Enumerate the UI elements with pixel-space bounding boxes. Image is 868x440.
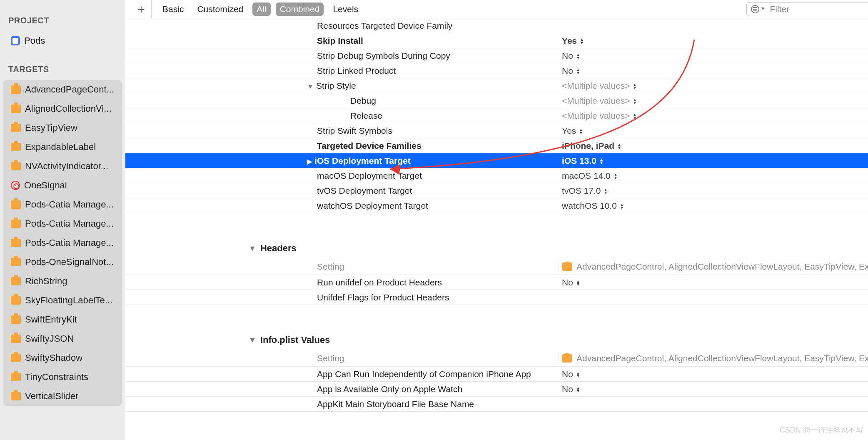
toolbox-icon bbox=[11, 277, 21, 285]
target-item[interactable]: AdvancedPageCont... bbox=[3, 80, 122, 99]
target-item[interactable]: Pods-Catia Manage... bbox=[3, 233, 122, 252]
stepper-icon: ▴▾ bbox=[580, 128, 582, 134]
toolbox-icon bbox=[11, 200, 21, 209]
target-item[interactable]: EasyTipView bbox=[3, 118, 122, 138]
scope-tab-combined[interactable]: Combined bbox=[276, 2, 324, 16]
stepper-icon: ▴▾ bbox=[604, 188, 607, 194]
setting-value[interactable]: tvOS 17.0▴▾ bbox=[562, 186, 868, 196]
setting-row[interactable]: ▶iOS Deployment TargetiOS 13.0▴▾ bbox=[125, 153, 868, 168]
setting-row[interactable]: App Can Run Independently of Companion i… bbox=[125, 367, 868, 382]
infoplist-column-header: Setting AdvancedPageControl, AlignedColl… bbox=[125, 350, 868, 367]
stepper-icon: ▴▾ bbox=[576, 371, 579, 377]
toolbox-icon bbox=[562, 262, 572, 271]
toolbox-icon bbox=[11, 354, 21, 362]
target-label: TinyConstraints bbox=[25, 372, 88, 382]
setting-value[interactable]: <Multiple values>▴▾ bbox=[562, 81, 868, 91]
target-item[interactable]: SwiftyJSON bbox=[3, 329, 122, 348]
setting-row[interactable]: macOS Deployment TargetmacOS 14.0▴▾ bbox=[125, 168, 868, 183]
chevron-right-icon[interactable]: ▶ bbox=[307, 158, 314, 165]
setting-row[interactable]: App is Available Only on Apple WatchNo▴▾ bbox=[125, 382, 868, 397]
setting-label: App Can Run Independently of Companion i… bbox=[317, 369, 531, 379]
target-label: SkyFloatingLabelTe... bbox=[25, 295, 112, 306]
setting-row[interactable]: tvOS Deployment TargettvOS 17.0▴▾ bbox=[125, 183, 868, 198]
headers-section-header[interactable]: ▼ Headers bbox=[125, 238, 868, 258]
target-label: AlignedCollectionVi... bbox=[25, 103, 112, 114]
main-area: ＋ BasicCustomizedAllCombinedLevels Filte… bbox=[125, 0, 868, 440]
setting-value[interactable]: No▴▾ bbox=[562, 384, 868, 394]
target-item[interactable]: SwiftyShadow bbox=[3, 348, 122, 368]
stepper-icon: ▴▾ bbox=[634, 83, 636, 89]
setting-row[interactable]: Strip Linked ProductNo▴▾ bbox=[125, 63, 868, 78]
setting-value[interactable]: Yes▴▾ bbox=[562, 36, 868, 46]
scope-tab-basic[interactable]: Basic bbox=[158, 2, 188, 16]
toolbox-icon bbox=[11, 315, 21, 324]
infoplist-rows: App Can Run Independently of Companion i… bbox=[125, 367, 868, 412]
target-item[interactable]: AlignedCollectionVi... bbox=[3, 99, 122, 118]
chevron-down-icon: ▼ bbox=[249, 336, 256, 345]
filter-field[interactable]: Filter bbox=[746, 2, 868, 16]
setting-label: App is Available Only on Apple Watch bbox=[317, 384, 462, 394]
toolbox-icon bbox=[11, 239, 21, 247]
infoplist-section-header[interactable]: ▼ Info.plist Values bbox=[125, 330, 868, 350]
setting-row[interactable]: Strip Swift SymbolsYes▴▾ bbox=[125, 123, 868, 138]
target-item[interactable]: TinyConstraints bbox=[3, 368, 122, 387]
setting-value[interactable]: No▴▾ bbox=[562, 66, 868, 76]
setting-value[interactable]: No▴▾ bbox=[562, 51, 868, 61]
setting-label: Strip Debug Symbols During Copy bbox=[317, 51, 450, 60]
project-item[interactable]: Pods bbox=[3, 31, 122, 50]
target-item[interactable]: SkyFloatingLabelTe... bbox=[3, 291, 122, 310]
setting-value[interactable]: <Multiple values>▴▾ bbox=[562, 96, 868, 106]
scope-tab-all[interactable]: All bbox=[252, 2, 270, 16]
setting-value[interactable]: watchOS 10.0▴▾ bbox=[562, 201, 868, 211]
setting-row[interactable]: Run unifdef on Product HeadersNo▴▾ bbox=[125, 275, 868, 290]
target-item[interactable]: OneSignal bbox=[3, 176, 122, 195]
setting-row[interactable]: Debug<Multiple values>▴▾ bbox=[125, 93, 868, 108]
setting-value[interactable]: No▴▾ bbox=[562, 369, 868, 379]
setting-row[interactable]: Skip InstallYes▴▾ bbox=[125, 33, 868, 48]
setting-value[interactable]: iPhone, iPad▴▾ bbox=[562, 141, 868, 151]
target-label: Pods-Catia Manage... bbox=[25, 218, 114, 229]
target-icon bbox=[11, 181, 20, 190]
target-label: Pods-Catia Manage... bbox=[25, 238, 114, 248]
toolbar: ＋ BasicCustomizedAllCombinedLevels Filte… bbox=[125, 0, 868, 18]
target-item[interactable]: SwiftEntryKit bbox=[3, 310, 122, 329]
setting-row[interactable]: watchOS Deployment TargetwatchOS 10.0▴▾ bbox=[125, 198, 868, 213]
target-item[interactable]: RichString bbox=[3, 272, 122, 291]
target-label: VerticalSlider bbox=[25, 391, 78, 402]
target-item[interactable]: NVActivityIndicator... bbox=[3, 157, 122, 176]
setting-value[interactable]: macOS 14.0▴▾ bbox=[562, 171, 868, 181]
target-item[interactable]: Pods-OneSignalNot... bbox=[3, 252, 122, 272]
setting-value[interactable]: iOS 13.0▴▾ bbox=[562, 156, 868, 166]
setting-value[interactable]: <Multiple values>▴▾ bbox=[562, 111, 868, 121]
setting-row[interactable]: Targeted Device FamiliesiPhone, iPad▴▾ bbox=[125, 138, 868, 153]
setting-row[interactable]: Resources Targeted Device Family bbox=[125, 18, 868, 33]
setting-label: Strip Swift Symbols bbox=[317, 126, 392, 135]
target-item[interactable]: Pods-Catia Manage... bbox=[3, 214, 122, 233]
setting-row[interactable]: Release<Multiple values>▴▾ bbox=[125, 108, 868, 123]
target-label: RichString bbox=[25, 276, 67, 287]
target-item[interactable]: ExpandableLabel bbox=[3, 138, 122, 157]
add-button[interactable]: ＋ bbox=[131, 0, 152, 18]
toolbox-icon bbox=[11, 220, 21, 228]
setting-row[interactable]: Unifdef Flags for Product Headers bbox=[125, 290, 868, 305]
filter-icon bbox=[751, 5, 759, 13]
target-item[interactable]: VerticalSlider bbox=[3, 387, 122, 406]
watermark: CSDN @一行注释也不写 bbox=[780, 425, 863, 435]
stepper-icon: ▴▾ bbox=[634, 113, 636, 119]
chevron-down-icon[interactable]: ▼ bbox=[307, 83, 316, 90]
setting-value[interactable]: No▴▾ bbox=[562, 278, 868, 288]
stepper-icon: ▴▾ bbox=[634, 98, 636, 104]
scope-tab-customized[interactable]: Customized bbox=[193, 2, 247, 16]
setting-row[interactable]: ▼Strip Style<Multiple values>▴▾ bbox=[125, 78, 868, 93]
targets-list: AdvancedPageCont...AlignedCollectionVi..… bbox=[0, 80, 125, 406]
scope-tab-levels[interactable]: Levels bbox=[329, 2, 362, 16]
setting-value[interactable]: Yes▴▾ bbox=[562, 126, 868, 136]
setting-row[interactable]: AppKit Main Storyboard File Base Name bbox=[125, 397, 868, 412]
target-label: AdvancedPageCont... bbox=[25, 84, 114, 95]
setting-label: AppKit Main Storyboard File Base Name bbox=[317, 399, 474, 409]
setting-label: Targeted Device Families bbox=[317, 141, 422, 150]
stepper-icon: ▴▾ bbox=[576, 68, 579, 74]
toolbox-icon bbox=[11, 85, 21, 94]
setting-row[interactable]: Strip Debug Symbols During CopyNo▴▾ bbox=[125, 48, 868, 63]
target-item[interactable]: Pods-Catia Manage... bbox=[3, 195, 122, 214]
